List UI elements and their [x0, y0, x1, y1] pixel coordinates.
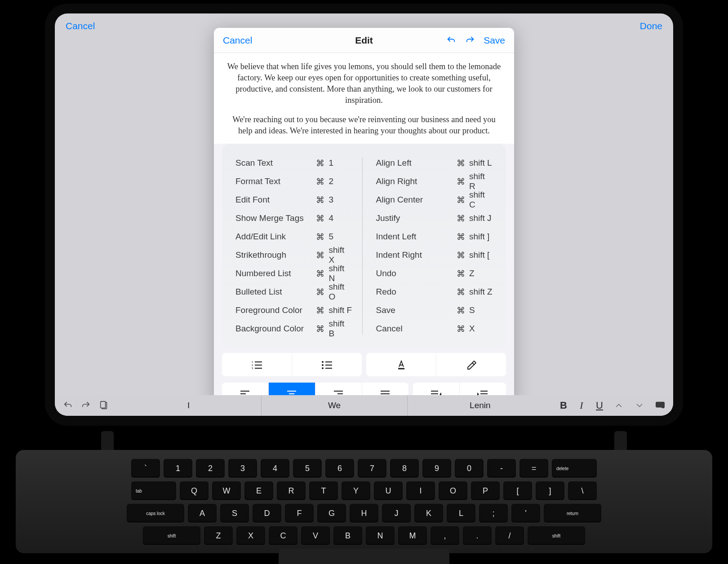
- undo-icon[interactable]: [62, 400, 74, 411]
- shortcut-row[interactable]: Align Left⌘shift L: [376, 157, 493, 169]
- hardware-key[interactable]: 2: [196, 459, 225, 478]
- hardware-key[interactable]: 3: [228, 459, 257, 478]
- shortcut-row[interactable]: Background Color⌘shift B: [235, 323, 352, 335]
- hardware-key[interactable]: 6: [325, 459, 354, 478]
- shortcut-row[interactable]: Bulleted List⌘shift O: [235, 286, 352, 298]
- hardware-key[interactable]: 5: [293, 459, 322, 478]
- shortcut-row[interactable]: Undo⌘Z: [376, 268, 493, 280]
- hardware-key[interactable]: 7: [358, 459, 386, 478]
- document-content[interactable]: We believe that when life gives you lemo…: [214, 53, 514, 144]
- hardware-key[interactable]: 0: [455, 459, 484, 478]
- suggestion-item[interactable]: Lenin: [407, 395, 553, 416]
- hardware-key[interactable]: Z: [204, 526, 233, 545]
- hardware-key[interactable]: ': [511, 504, 540, 523]
- shortcut-row[interactable]: Edit Font⌘3: [235, 194, 352, 206]
- hardware-key[interactable]: E: [244, 481, 273, 500]
- hardware-key[interactable]: C: [269, 526, 297, 545]
- hardware-key[interactable]: =: [519, 459, 548, 478]
- shortcut-label: Redo: [376, 287, 456, 297]
- hardware-key[interactable]: 8: [390, 459, 419, 478]
- hardware-key[interactable]: ;: [479, 504, 508, 523]
- dismiss-keyboard-icon[interactable]: [654, 400, 666, 411]
- hardware-key[interactable]: 1: [164, 459, 192, 478]
- redo-icon[interactable]: [80, 400, 92, 411]
- highlight-button[interactable]: [436, 353, 506, 376]
- shortcut-row[interactable]: Add/Edit Link⌘5: [235, 231, 352, 243]
- shortcut-row[interactable]: Redo⌘shift Z: [376, 286, 493, 298]
- hardware-key[interactable]: .: [463, 526, 492, 545]
- hardware-key[interactable]: J: [382, 504, 411, 523]
- hardware-key[interactable]: Q: [180, 481, 209, 500]
- hardware-key[interactable]: ,: [431, 526, 459, 545]
- hardware-key[interactable]: [: [503, 481, 532, 500]
- hardware-key[interactable]: U: [374, 481, 403, 500]
- command-symbol: ⌘: [456, 250, 466, 260]
- chevron-down-icon[interactable]: [634, 400, 645, 411]
- redo-icon[interactable]: [465, 35, 475, 46]
- suggestion-item[interactable]: I: [116, 395, 261, 416]
- shortcut-row[interactable]: Strikethrough⌘shift X: [235, 249, 352, 261]
- shortcut-row[interactable]: Align Right⌘shift R: [376, 176, 493, 188]
- hardware-key[interactable]: N: [366, 526, 395, 545]
- hardware-key[interactable]: W: [212, 481, 241, 500]
- hardware-key[interactable]: G: [317, 504, 346, 523]
- hardware-key[interactable]: `: [131, 459, 160, 478]
- hardware-key[interactable]: X: [236, 526, 265, 545]
- hardware-key[interactable]: tab: [131, 481, 176, 500]
- shortcut-row[interactable]: Foreground Color⌘shift F: [235, 304, 352, 317]
- hardware-key[interactable]: T: [309, 481, 338, 500]
- shortcut-row[interactable]: Indent Right⌘shift [: [376, 249, 493, 261]
- shortcut-row[interactable]: Cancel⌘X: [376, 323, 493, 335]
- hardware-key[interactable]: K: [414, 504, 443, 523]
- sheet-cancel-button[interactable]: Cancel: [223, 35, 252, 46]
- chevron-up-icon[interactable]: [613, 400, 625, 411]
- hardware-key[interactable]: R: [277, 481, 306, 500]
- outer-cancel-button[interactable]: Cancel: [66, 21, 95, 31]
- hardware-key[interactable]: B: [333, 526, 362, 545]
- shortcut-row[interactable]: Numbered List⌘shift N: [235, 268, 352, 280]
- hardware-key[interactable]: D: [253, 504, 281, 523]
- hardware-key[interactable]: -: [487, 459, 516, 478]
- bold-button[interactable]: B: [559, 400, 568, 411]
- hardware-key[interactable]: /: [495, 526, 524, 545]
- text-color-button[interactable]: [366, 353, 436, 376]
- shortcut-row[interactable]: Show Merge Tags⌘4: [235, 212, 352, 225]
- hardware-key[interactable]: M: [398, 526, 427, 545]
- hardware-key[interactable]: 9: [422, 459, 451, 478]
- underline-button[interactable]: U: [595, 400, 604, 411]
- shortcut-row[interactable]: Save⌘S: [376, 304, 493, 317]
- hardware-key[interactable]: caps lock: [127, 504, 184, 523]
- shortcut-row[interactable]: Justify⌘shift J: [376, 212, 493, 225]
- hardware-key[interactable]: A: [188, 504, 217, 523]
- outer-done-button[interactable]: Done: [640, 21, 662, 31]
- shortcut-row[interactable]: Align Center⌘shift C: [376, 194, 493, 206]
- shortcut-label: Numbered List: [235, 269, 315, 278]
- numbered-list-button[interactable]: 123: [222, 353, 292, 376]
- hardware-key[interactable]: V: [301, 526, 330, 545]
- sheet-save-button[interactable]: Save: [484, 35, 505, 46]
- hardware-key[interactable]: 4: [261, 459, 289, 478]
- bulleted-list-button[interactable]: [292, 353, 362, 376]
- hardware-key[interactable]: P: [471, 481, 500, 500]
- shortcut-row[interactable]: Format Text⌘2: [235, 176, 352, 188]
- hardware-key[interactable]: delete: [552, 459, 597, 478]
- trackpad[interactable]: [279, 549, 449, 564]
- hardware-key[interactable]: F: [285, 504, 314, 523]
- hardware-key[interactable]: ]: [536, 481, 564, 500]
- hardware-key[interactable]: shift: [143, 526, 200, 545]
- italic-button[interactable]: I: [577, 400, 586, 411]
- hardware-key[interactable]: I: [406, 481, 435, 500]
- shortcut-row[interactable]: Scan Text⌘1: [235, 157, 352, 169]
- clipboard-icon[interactable]: [98, 400, 110, 411]
- hardware-key[interactable]: H: [350, 504, 378, 523]
- hardware-key[interactable]: shift: [528, 526, 585, 545]
- hardware-key[interactable]: O: [439, 481, 467, 500]
- hardware-key[interactable]: S: [220, 504, 249, 523]
- undo-icon[interactable]: [446, 35, 457, 46]
- suggestion-item[interactable]: We: [261, 395, 407, 416]
- hardware-key[interactable]: Y: [342, 481, 370, 500]
- hardware-key[interactable]: L: [447, 504, 475, 523]
- shortcut-row[interactable]: Indent Left⌘shift ]: [376, 231, 493, 243]
- hardware-key[interactable]: return: [544, 504, 601, 523]
- hardware-key[interactable]: \: [568, 481, 597, 500]
